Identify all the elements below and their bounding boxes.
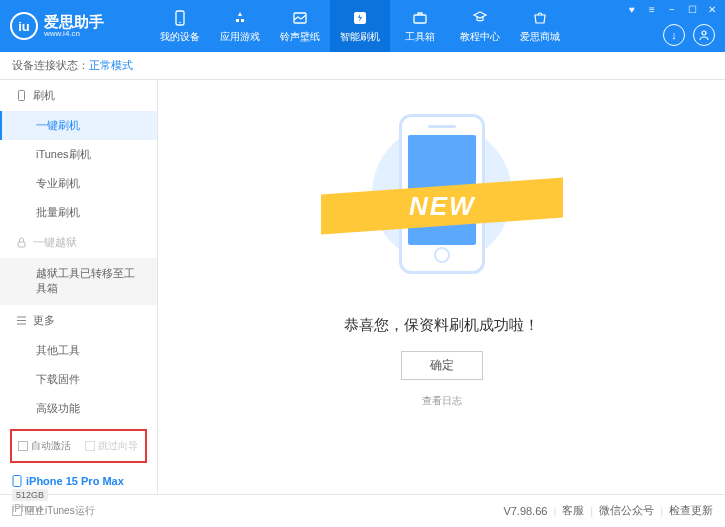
footer-link-wechat[interactable]: 微信公众号 xyxy=(599,503,654,518)
close-icon[interactable]: ✕ xyxy=(705,4,719,15)
svg-rect-6 xyxy=(19,91,25,101)
app-name: 爱思助手 xyxy=(44,14,104,29)
status-label: 设备连接状态： xyxy=(12,58,89,73)
device-name: iPhone 15 Pro Max xyxy=(26,475,124,487)
device-small-icon xyxy=(16,90,27,101)
top-nav: 我的设备 应用游戏 铃声壁纸 智能刷机 工具箱 教程中心 爱思商城 xyxy=(150,0,570,52)
version-label: V7.98.66 xyxy=(503,505,547,517)
highlighted-options: 自动激活 跳过向导 xyxy=(10,429,147,463)
nav-ringtones[interactable]: 铃声壁纸 xyxy=(270,0,330,52)
nav-apps[interactable]: 应用游戏 xyxy=(210,0,270,52)
store-icon xyxy=(531,9,549,27)
window-controls: ♥ ≡ − ☐ ✕ xyxy=(625,4,719,15)
apps-icon xyxy=(231,9,249,27)
header: iu 爱思助手 www.i4.cn 我的设备 应用游戏 铃声壁纸 智能刷机 工具… xyxy=(0,0,725,52)
svg-point-1 xyxy=(179,21,181,23)
sidebar: 刷机 一键刷机 iTunes刷机 专业刷机 批量刷机 一键越狱 越狱工具已转移至… xyxy=(0,80,158,494)
flash-icon xyxy=(351,9,369,27)
footer-link-update[interactable]: 检查更新 xyxy=(669,503,713,518)
nav-store[interactable]: 爱思商城 xyxy=(510,0,570,52)
user-button[interactable] xyxy=(693,24,715,46)
status-value: 正常模式 xyxy=(89,58,133,73)
checkbox-block-itunes[interactable]: 阻止iTunes运行 xyxy=(12,504,95,518)
new-ribbon: NEW xyxy=(321,178,563,235)
ok-button[interactable]: 确定 xyxy=(401,351,483,380)
logo-icon: iu xyxy=(10,12,38,40)
svg-rect-8 xyxy=(13,475,21,486)
nav-toolbox[interactable]: 工具箱 xyxy=(390,0,450,52)
tutorial-icon xyxy=(471,9,489,27)
menu-icon[interactable]: ♥ xyxy=(625,4,639,15)
sidebar-section-flash[interactable]: 刷机 xyxy=(0,80,157,111)
success-message: 恭喜您，保资料刷机成功啦！ xyxy=(344,316,539,335)
sidebar-item-itunes[interactable]: iTunes刷机 xyxy=(0,140,157,169)
sidebar-item-oneclick[interactable]: 一键刷机 xyxy=(0,111,157,140)
phone-icon xyxy=(12,475,22,487)
sidebar-section-jailbreak: 一键越狱 xyxy=(0,227,157,258)
maximize-icon[interactable]: ☐ xyxy=(685,4,699,15)
footer-link-support[interactable]: 客服 xyxy=(562,503,584,518)
main-content: NEW 恭喜您，保资料刷机成功啦！ 确定 查看日志 xyxy=(158,80,725,494)
list-icon xyxy=(16,315,27,326)
menu-dropdown-icon[interactable]: ≡ xyxy=(645,4,659,15)
nav-my-device[interactable]: 我的设备 xyxy=(150,0,210,52)
sidebar-item-download[interactable]: 下载固件 xyxy=(0,365,157,394)
sidebar-item-advanced[interactable]: 高级功能 xyxy=(0,394,157,423)
checkbox-skip-guide[interactable]: 跳过向导 xyxy=(85,439,138,453)
success-illustration: NEW xyxy=(357,106,527,296)
header-actions: ↓ xyxy=(663,24,715,46)
download-button[interactable]: ↓ xyxy=(663,24,685,46)
sidebar-item-othertools[interactable]: 其他工具 xyxy=(0,336,157,365)
wallpaper-icon xyxy=(291,9,309,27)
svg-point-5 xyxy=(702,31,706,35)
minimize-icon[interactable]: − xyxy=(665,4,679,15)
sidebar-jailbreak-note: 越狱工具已转移至工具箱 xyxy=(0,258,157,305)
sidebar-section-more[interactable]: 更多 xyxy=(0,305,157,336)
nav-tutorials[interactable]: 教程中心 xyxy=(450,0,510,52)
svg-rect-4 xyxy=(414,15,426,23)
device-icon xyxy=(171,9,189,27)
app-url: www.i4.cn xyxy=(44,29,104,38)
sidebar-item-pro[interactable]: 专业刷机 xyxy=(0,169,157,198)
status-bar: 设备连接状态： 正常模式 xyxy=(0,52,725,80)
logo: iu 爱思助手 www.i4.cn xyxy=(0,12,150,40)
view-log-link[interactable]: 查看日志 xyxy=(422,394,462,408)
lock-icon xyxy=(16,237,27,248)
sidebar-item-batch[interactable]: 批量刷机 xyxy=(0,198,157,227)
nav-flash[interactable]: 智能刷机 xyxy=(330,0,390,52)
checkbox-auto-activate[interactable]: 自动激活 xyxy=(18,439,71,453)
device-storage: 512GB xyxy=(12,489,48,501)
svg-rect-7 xyxy=(18,242,25,247)
toolbox-icon xyxy=(411,9,429,27)
